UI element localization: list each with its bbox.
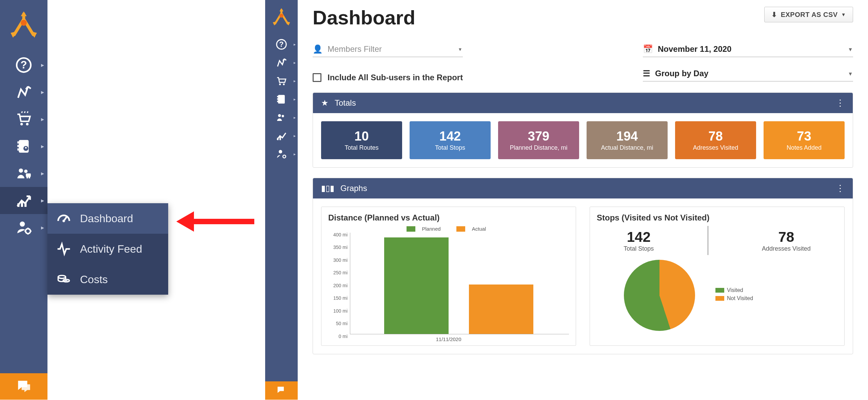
flyout-item-costs[interactable]: $ Costs bbox=[47, 264, 168, 295]
team-icon bbox=[276, 112, 287, 123]
calendar-icon: 📅 bbox=[643, 44, 653, 54]
totals-card: 379Planned Distance, mi bbox=[498, 121, 579, 159]
totals-card-label: Notes Added bbox=[787, 144, 822, 151]
distance-chart-card: Distance (Planned vs Actual) Planned Act… bbox=[321, 207, 576, 346]
totals-card: 78Adresses Visited bbox=[675, 121, 756, 159]
sidebar-item-user-settings[interactable]: ▸ bbox=[0, 214, 47, 241]
sidebar-item-help[interactable]: ? ▸ bbox=[0, 51, 47, 79]
screenshot-right: ?▸ ▸ ▸ ▸ ▸ ▸ ▸ Dashboard ⬇ EXPORT AS CSV… bbox=[265, 0, 868, 400]
more-icon[interactable]: ⋮ bbox=[836, 183, 845, 194]
caret-down-icon: ▾ bbox=[849, 46, 852, 52]
chevron-right-icon: ▸ bbox=[41, 170, 44, 177]
svg-marker-28 bbox=[273, 21, 277, 25]
svg-point-14 bbox=[19, 168, 23, 173]
totals-body: 10Total Routes142Total Stops379Planned D… bbox=[313, 113, 853, 167]
include-subusers-checkbox[interactable]: Include All Sub-users in the Report bbox=[313, 73, 463, 82]
svg-marker-2 bbox=[21, 12, 27, 16]
totals-card: 10Total Routes bbox=[321, 121, 402, 159]
chevron-right-icon: ▸ bbox=[41, 115, 44, 123]
svg-marker-1 bbox=[30, 31, 37, 38]
svg-point-13 bbox=[25, 147, 27, 149]
more-icon[interactable]: ⋮ bbox=[836, 98, 845, 108]
svg-point-35 bbox=[283, 83, 285, 85]
svg-marker-29 bbox=[285, 21, 290, 25]
help-icon: ? bbox=[276, 39, 287, 50]
chat-button[interactable] bbox=[265, 381, 298, 400]
sidebar-item-route[interactable]: ▸ bbox=[265, 54, 298, 72]
totals-card-value: 194 bbox=[616, 129, 638, 144]
totals-title: Totals bbox=[335, 98, 356, 108]
members-filter-placeholder: Members Filter bbox=[328, 44, 382, 54]
members-filter[interactable]: 👤 Members Filter ▾ bbox=[313, 44, 463, 57]
chevron-right-icon: ▸ bbox=[41, 224, 44, 231]
screenshot-left: ? ▸ ▸ ▸ ▸ ▸ ▸ ▸ bbox=[0, 0, 265, 400]
star-icon: ★ bbox=[321, 98, 329, 108]
download-icon: ⬇ bbox=[771, 10, 777, 19]
sidebar-item-help[interactable]: ?▸ bbox=[265, 35, 298, 54]
stops-chart-card: Stops (Visited vs Not Visited) 142Total … bbox=[590, 207, 845, 346]
analytics-flyout: Dashboard Activity Feed $ Costs bbox=[47, 203, 168, 295]
chat-button[interactable] bbox=[0, 373, 47, 400]
stops-chart-title: Stops (Visited vs Not Visited) bbox=[597, 213, 837, 223]
addressbook-icon bbox=[276, 93, 287, 105]
sidebar-item-route[interactable]: ▸ bbox=[0, 79, 47, 106]
svg-point-22 bbox=[20, 222, 25, 227]
cart-icon bbox=[15, 111, 32, 128]
svg-rect-36 bbox=[278, 95, 285, 104]
chevron-right-icon: ▸ bbox=[41, 88, 44, 96]
export-csv-button[interactable]: ⬇ EXPORT AS CSV ▼ bbox=[764, 7, 853, 22]
total-stops-value: 142 bbox=[624, 229, 654, 245]
svg-point-17 bbox=[26, 177, 28, 178]
sidebar-item-addressbook[interactable]: ▸ bbox=[265, 90, 298, 108]
sidebar-1: ? ▸ ▸ ▸ ▸ ▸ ▸ ▸ bbox=[0, 0, 47, 400]
analytics-icon bbox=[15, 192, 32, 209]
graphs-panel: ▮▯▮ Graphs ⋮ Distance (Planned vs Actual… bbox=[313, 178, 853, 354]
bar-legend: Planned Actual bbox=[328, 226, 569, 233]
svg-point-3 bbox=[21, 20, 27, 26]
svg-rect-20 bbox=[21, 201, 23, 207]
date-filter-value: November 11, 2020 bbox=[658, 44, 731, 54]
sidebar-item-cart[interactable]: ▸ bbox=[0, 106, 47, 133]
svg-point-25 bbox=[58, 275, 66, 278]
graphs-header: ▮▯▮ Graphs ⋮ bbox=[313, 178, 853, 198]
svg-point-15 bbox=[24, 170, 27, 173]
caret-down-icon: ▾ bbox=[459, 46, 461, 52]
bar-x-label: 11/11/2020 bbox=[328, 336, 569, 342]
dashboard-content: Dashboard ⬇ EXPORT AS CSV ▼ 👤 Members Fi… bbox=[298, 0, 868, 400]
svg-point-45 bbox=[283, 155, 286, 158]
sidebar-item-team[interactable]: ▸ bbox=[265, 108, 298, 127]
totals-card-value: 379 bbox=[528, 129, 549, 144]
svg-text:?: ? bbox=[20, 59, 27, 71]
distance-bar-chart: 0 mi50 mi100 mi150 mi200 mi250 mi300 mi3… bbox=[350, 233, 569, 334]
svg-point-40 bbox=[278, 114, 281, 117]
svg-rect-9 bbox=[17, 141, 19, 143]
svg-text:?: ? bbox=[279, 40, 284, 48]
coins-icon: $ bbox=[56, 272, 71, 287]
caret-down-icon: ▼ bbox=[841, 12, 846, 17]
sidebar-item-cart[interactable]: ▸ bbox=[265, 72, 298, 90]
svg-point-18 bbox=[28, 177, 30, 178]
totals-card-label: Actual Distance, mi bbox=[601, 144, 653, 151]
flyout-item-dashboard[interactable]: Dashboard bbox=[47, 203, 168, 234]
svg-point-41 bbox=[282, 115, 284, 117]
sidebar-item-addressbook[interactable]: ▸ bbox=[0, 133, 47, 160]
totals-header: ★ Totals ⋮ bbox=[313, 93, 853, 113]
sidebar-item-analytics[interactable]: ▸ bbox=[265, 127, 298, 145]
svg-rect-42 bbox=[277, 138, 278, 140]
svg-text:$: $ bbox=[65, 278, 67, 282]
pie-legend: Visited Not Visited bbox=[715, 287, 753, 303]
sidebar-item-analytics[interactable]: ▸ bbox=[0, 187, 47, 214]
svg-rect-19 bbox=[17, 203, 19, 207]
group-filter[interactable]: ☰ Group by Day ▾ bbox=[643, 69, 853, 82]
sidebar-item-user-settings[interactable]: ▸ bbox=[265, 145, 298, 163]
bars-icon: ▮▯▮ bbox=[321, 184, 334, 193]
visited-label: Addresses Visited bbox=[762, 245, 811, 252]
flyout-item-activity[interactable]: Activity Feed bbox=[47, 234, 168, 264]
svg-rect-38 bbox=[277, 98, 278, 100]
chat-icon bbox=[15, 378, 32, 395]
date-filter[interactable]: 📅 November 11, 2020 ▾ bbox=[643, 44, 853, 57]
sidebar-item-team[interactable]: ▸ bbox=[0, 160, 47, 187]
totals-card-label: Total Stops bbox=[435, 144, 465, 151]
svg-point-44 bbox=[279, 150, 282, 153]
flyout-label: Dashboard bbox=[80, 212, 133, 225]
